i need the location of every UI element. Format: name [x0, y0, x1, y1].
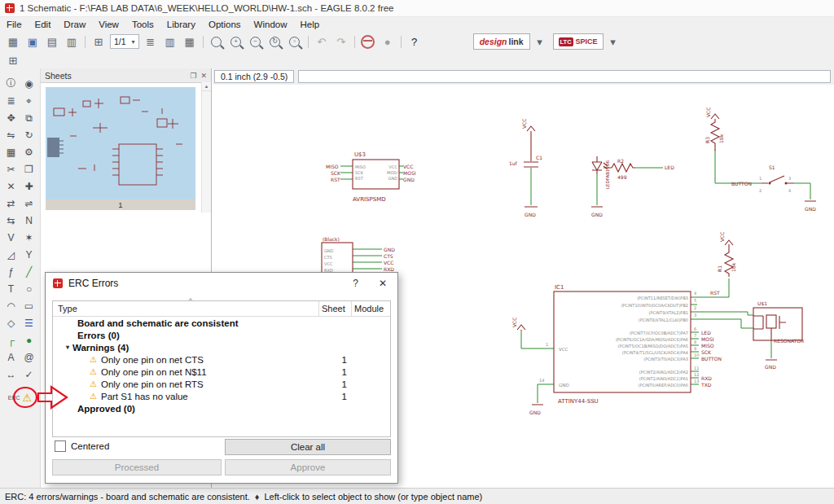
menu-draw[interactable]: Draw: [57, 18, 92, 31]
stop-icon[interactable]: [359, 33, 377, 50]
display-layers-tool[interactable]: ≣: [2, 92, 20, 109]
dialog-close-button[interactable]: ✕: [375, 278, 390, 289]
menu-file[interactable]: File: [0, 18, 29, 31]
cut-tool[interactable]: ✂: [2, 160, 20, 177]
panel-float-icon[interactable]: ❐: [190, 72, 196, 80]
erc-row[interactable]: ⚠Part S1 has no value1: [53, 390, 390, 402]
resistor-r2-symbol[interactable]: [610, 164, 635, 172]
resistor-r3-symbol[interactable]: [711, 114, 719, 151]
show-tool[interactable]: ◉: [20, 75, 38, 92]
replace-tool[interactable]: ⇌: [20, 195, 38, 212]
sheets-scrollbar[interactable]: ▲: [201, 82, 211, 213]
layer-settings-icon[interactable]: ≣: [142, 33, 160, 50]
clear-all-button[interactable]: Clear all: [225, 439, 391, 455]
menu-help[interactable]: Help: [293, 18, 326, 31]
image-export-icon[interactable]: ▥: [63, 33, 81, 50]
ltcspice-button[interactable]: LTCSPICE: [553, 33, 604, 50]
resonator-crystal[interactable]: [766, 315, 776, 328]
erc-row[interactable]: ⚠Only one pin on net CTS1: [53, 353, 390, 366]
column-module[interactable]: Module: [352, 301, 390, 316]
erc-row[interactable]: ⚠Only one pin on net N$111: [53, 366, 390, 378]
dimension-tool[interactable]: ↔: [2, 366, 20, 383]
split-tool[interactable]: Y: [20, 246, 38, 263]
gateswap-tool[interactable]: ⇆: [2, 212, 20, 229]
sheet-number[interactable]: 1: [46, 199, 195, 210]
polygon-tool[interactable]: ◇: [2, 314, 20, 331]
undo-icon[interactable]: ↶: [313, 33, 331, 50]
frames-grid-icon[interactable]: ⊞: [4, 51, 22, 69]
mark-tool[interactable]: ⌖: [20, 92, 38, 109]
menu-window[interactable]: Window: [248, 18, 294, 31]
frame-icon[interactable]: ▦: [181, 33, 199, 50]
erc-errors-warning-icon[interactable]: ⚠: [23, 392, 33, 403]
zoom-select-icon[interactable]: ▫: [286, 33, 304, 50]
miter-tool[interactable]: ◿: [2, 246, 20, 263]
invoke-tool[interactable]: ƒ: [2, 263, 20, 280]
save-icon[interactable]: ▣: [24, 33, 42, 50]
move-tool[interactable]: ✥: [2, 109, 20, 126]
panel-close-icon[interactable]: ✕: [200, 72, 207, 80]
window-titlebar[interactable]: 1 Schematic - F:\FAB LAB DATA\6_WEEK\HEL…: [0, 0, 834, 17]
print-icon[interactable]: ▤: [43, 33, 61, 50]
erc-check-tool[interactable]: ✓: [20, 366, 38, 383]
column-type[interactable]: Type: [53, 301, 319, 316]
help-icon[interactable]: ?: [406, 33, 424, 50]
menu-options[interactable]: Options: [202, 18, 248, 31]
expander-icon[interactable]: ▾: [66, 344, 69, 351]
sheets-panel-header[interactable]: Sheets ❐ ✕: [41, 68, 211, 83]
zoom-fit-icon[interactable]: [208, 33, 226, 50]
text-tool[interactable]: T: [2, 280, 20, 297]
menu-library[interactable]: Library: [160, 18, 202, 31]
erc-row[interactable]: Approved (0): [53, 402, 390, 414]
change-tool[interactable]: ⚙: [20, 143, 38, 160]
smash-tool[interactable]: ✶: [20, 229, 38, 246]
ltcspice-dropdown-icon[interactable]: ▾: [604, 33, 622, 50]
info-tool[interactable]: ⓘ: [2, 75, 20, 92]
erc-row[interactable]: Board and schematic are consistent: [53, 317, 390, 329]
command-input[interactable]: [298, 70, 831, 83]
frames-icon[interactable]: ▦: [4, 33, 22, 50]
scroll-up-icon[interactable]: ▲: [202, 82, 211, 91]
mirror-tool[interactable]: ⇋: [2, 126, 20, 143]
column-sheet[interactable]: Sheet: [319, 301, 352, 316]
grid-size-select[interactable]: 1/1▾: [110, 34, 139, 49]
run-script-icon[interactable]: ●: [379, 33, 397, 50]
menu-view[interactable]: View: [92, 18, 125, 31]
erc-row[interactable]: Errors (0): [53, 329, 390, 341]
redo-icon[interactable]: ↷: [332, 33, 350, 50]
menu-edit[interactable]: Edit: [29, 18, 58, 31]
net-wires[interactable]: [340, 150, 810, 403]
sheet-list-icon[interactable]: ▥: [161, 33, 179, 50]
add-part-tool[interactable]: ✚: [20, 177, 38, 195]
sheet-thumbnail[interactable]: [46, 87, 195, 199]
bus-tool[interactable]: ☰: [20, 314, 38, 331]
junction-tool[interactable]: ●: [20, 331, 38, 348]
vcc-symbol-ic-left[interactable]: [517, 325, 525, 331]
designlink-dropdown-icon[interactable]: ▾: [531, 33, 549, 50]
zoom-out-icon[interactable]: −: [247, 33, 265, 50]
name-tool[interactable]: N: [20, 212, 38, 229]
copy-tool[interactable]: ⧉: [20, 109, 38, 126]
dialog-help-button[interactable]: ?: [348, 278, 363, 289]
delete-tool[interactable]: ✕: [2, 177, 20, 195]
group-tool[interactable]: ▦: [2, 143, 20, 160]
pinswap-tool[interactable]: ⇄: [2, 195, 20, 212]
wire-tool[interactable]: ╱: [20, 263, 38, 280]
circle-tool[interactable]: ○: [20, 280, 38, 297]
attribute-tool[interactable]: @: [20, 348, 38, 366]
label-tool[interactable]: A: [2, 348, 20, 366]
value-tool[interactable]: V: [2, 229, 20, 246]
arc-tool[interactable]: ◠: [2, 297, 20, 314]
designlink-button[interactable]: designlink: [473, 33, 530, 50]
sort-indicator-icon[interactable]: ^: [189, 296, 192, 304]
centered-checkbox[interactable]: Centered: [55, 440, 109, 452]
resonator-outline[interactable]: [753, 308, 802, 340]
paste-tool[interactable]: ❐: [20, 160, 38, 177]
zoom-redraw-icon[interactable]: ↻: [266, 33, 284, 50]
rotate-tool[interactable]: ↻: [20, 126, 38, 143]
menu-tools[interactable]: Tools: [125, 18, 160, 31]
checkbox-box[interactable]: [55, 440, 66, 452]
erc-row[interactable]: ▾Warnings (4): [53, 341, 390, 353]
net-tool[interactable]: ┌: [2, 331, 20, 348]
erc-row[interactable]: ⚠Only one pin on net RTS1: [53, 378, 390, 390]
